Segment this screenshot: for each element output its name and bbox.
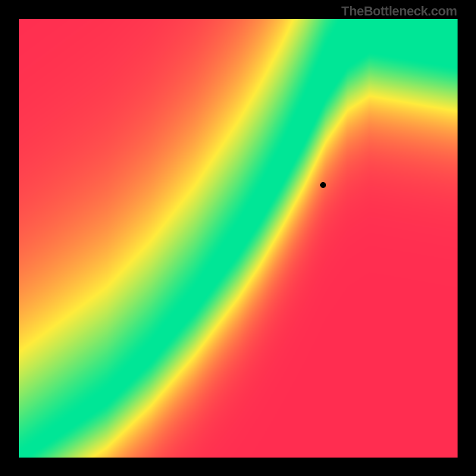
plot-area xyxy=(19,19,458,458)
chart-frame: TheBottleneck.com xyxy=(0,0,476,476)
watermark-text: TheBottleneck.com xyxy=(342,4,457,19)
heatmap-canvas xyxy=(19,19,458,458)
marker-dot xyxy=(320,182,326,188)
crosshair-vertical xyxy=(323,458,324,476)
